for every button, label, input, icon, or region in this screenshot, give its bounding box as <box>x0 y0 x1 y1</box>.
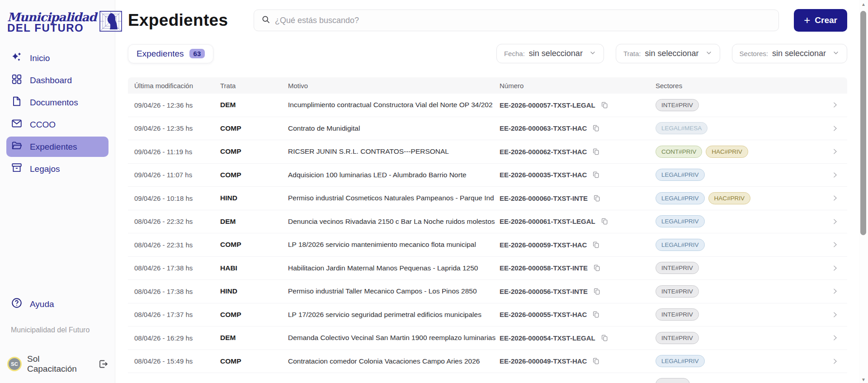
sector-badge: LEGAL#PRIV <box>656 169 705 181</box>
copy-icon[interactable] <box>601 334 609 342</box>
page-scrollbar[interactable]: ▲ ▼ <box>859 0 868 383</box>
copy-icon[interactable] <box>592 124 600 132</box>
copy-icon[interactable] <box>592 171 600 179</box>
row-numero: EE-2026-000057-TXST-LEGAL <box>500 101 656 109</box>
sidebar-item-ccoo[interactable]: CCOO <box>6 114 108 135</box>
row-date: 09/04/26 - 12:35 hs <box>134 124 220 132</box>
row-numero: EE-2026-000055-TXST-HAC <box>500 311 656 318</box>
table-row[interactable]: 08/04/26 - 22:31 hs COMP LP 18/2026 serv… <box>128 233 847 257</box>
row-numero: EE-2026-000061-TXST-LEGAL <box>500 218 656 225</box>
page-title: Expedientes <box>128 11 254 30</box>
row-numero: EE-2026-000056-TXST-INTE <box>500 288 656 295</box>
row-date: 08/04/26 - 17:38 hs <box>134 288 220 295</box>
scrollbar-thumb[interactable] <box>860 11 866 235</box>
column-header: Sectores <box>656 82 831 90</box>
sidebar-item-label: Legajos <box>30 164 60 174</box>
row-motivo: Demanda Colectivo Vecinal San Martin 190… <box>288 334 500 342</box>
row-trata: COMP <box>220 124 288 132</box>
chevron-right-icon[interactable] <box>831 287 847 295</box>
chevron-right-icon[interactable] <box>831 311 847 319</box>
sidebar-item-legajos[interactable]: Legajos <box>6 159 108 179</box>
chevron-right-icon[interactable] <box>831 334 847 342</box>
sidebar-item-documentos[interactable]: Documentos <box>6 92 108 113</box>
table-row[interactable]: 08/04/26 - 17:37 hs COMP LP 17/2026 serv… <box>128 303 847 327</box>
chevron-down-icon <box>703 49 712 58</box>
row-trata: HABI <box>220 264 288 272</box>
app-window: Municipalidad DEL FUTURO <box>0 0 868 383</box>
sidebar-item-expedientes[interactable]: Expedientes <box>6 137 108 157</box>
copy-icon[interactable] <box>592 148 600 156</box>
create-button[interactable]: + Crear <box>794 9 847 32</box>
sector-badge: INTE#PRIV <box>656 285 699 298</box>
sector-badge: INTE#PRIV <box>656 308 699 321</box>
chevron-right-icon[interactable] <box>831 241 847 249</box>
copy-icon[interactable] <box>601 218 609 225</box>
table-row[interactable]: 08/04/26 - 16:29 hs DEM Demanda Colectiv… <box>128 326 847 350</box>
table-row[interactable]: 08/04/26 - 17:38 hs HIND Permiso industr… <box>128 280 847 303</box>
page-header: Expedientes + Crear <box>128 9 847 32</box>
table-row[interactable] <box>128 373 847 383</box>
user-menu[interactable]: SC Sol Capacitación <box>7 354 108 374</box>
sidebar-item-inicio[interactable]: Inicio <box>6 48 108 68</box>
row-trata: HIND <box>220 194 288 202</box>
scroll-up-arrow-icon[interactable]: ▲ <box>859 2 868 7</box>
column-header: Número <box>500 82 656 90</box>
row-date: 08/04/26 - 22:31 hs <box>134 241 220 249</box>
copy-icon[interactable] <box>592 311 600 318</box>
table-row[interactable]: 08/04/26 - 17:38 hs HABI Habilitacion Ja… <box>128 257 847 280</box>
scroll-down-arrow-icon[interactable]: ▼ <box>859 377 868 382</box>
copy-icon[interactable] <box>593 194 601 202</box>
copy-icon[interactable] <box>593 288 601 295</box>
row-sectores: LEGAL#PRIV <box>656 355 831 367</box>
filter-trata[interactable]: Trata: sin seleccionar <box>616 44 720 63</box>
tab-expedientes[interactable]: Expedientes 63 <box>128 44 213 63</box>
row-numero: EE-2026-000063-TXST-HAC <box>500 124 656 132</box>
table-row[interactable]: 09/04/26 - 10:18 hs HIND Permiso industr… <box>128 187 847 210</box>
filter-sectores[interactable]: Sectores: sin seleccionar <box>732 44 847 63</box>
row-motivo: Permiso industrial Cosmeticos Naturales … <box>288 194 500 202</box>
chevron-right-icon[interactable] <box>831 171 847 179</box>
chevron-right-icon[interactable] <box>831 147 847 156</box>
filter-fecha[interactable]: Fecha: sin seleccionar <box>496 44 604 63</box>
search-input[interactable] <box>275 16 771 25</box>
row-trata: COMP <box>220 171 288 179</box>
chevron-right-icon[interactable] <box>831 101 847 109</box>
column-header: Última modificación <box>134 82 220 90</box>
table-row[interactable]: 09/04/26 - 12:35 hs COMP Contrato de Mun… <box>128 117 847 141</box>
help-button[interactable]: Ayuda <box>6 294 108 314</box>
table-row[interactable]: 08/04/26 - 22:32 hs DEM Denuncia vecinos… <box>128 210 847 234</box>
copy-icon[interactable] <box>593 264 601 272</box>
column-header: Trata <box>220 82 288 90</box>
row-trata: HIND <box>220 287 288 295</box>
table-row[interactable]: 09/04/26 - 12:36 hs DEM Incumplimiento c… <box>128 94 847 117</box>
copy-icon[interactable] <box>592 357 600 365</box>
row-trata: COMP <box>220 147 288 156</box>
chevron-right-icon[interactable] <box>831 124 847 132</box>
table-row[interactable]: 09/04/26 - 11:07 hs COMP Adquisicion 100… <box>128 164 847 187</box>
sector-badge: INTE#PRIV <box>656 262 699 274</box>
copy-icon[interactable] <box>592 241 600 249</box>
row-motivo: Adquisicion 100 luminarias LED - Alumbra… <box>288 171 500 179</box>
chevron-right-icon[interactable] <box>831 264 847 272</box>
table-row[interactable]: 08/04/26 - 15:49 hs COMP Contratacion co… <box>128 350 847 374</box>
row-motivo: Denuncia vecinos Rivadavia 2150 c Bar La… <box>288 218 500 226</box>
row-numero: EE-2026-000062-TXST-HAC <box>500 148 656 156</box>
logout-icon[interactable] <box>98 359 108 369</box>
tab-label: Expedientes <box>137 49 184 59</box>
row-date: 08/04/26 - 17:38 hs <box>134 264 220 272</box>
logo-caps-text: DEL FUTURO <box>7 22 96 33</box>
sidebar-item-label: CCOO <box>30 120 56 130</box>
copy-icon[interactable] <box>601 101 609 109</box>
table-row[interactable]: 09/04/26 - 11:19 hs COMP RICSER JUNIN S.… <box>128 140 847 164</box>
chevron-right-icon[interactable] <box>831 357 847 365</box>
row-motivo: LP 18/2026 servicio mantenimiento mecani… <box>288 241 500 249</box>
row-sectores: INTE#PRIV <box>656 262 831 274</box>
sidebar-item-label: Inicio <box>30 53 50 63</box>
sidebar-item-dashboard[interactable]: Dashboard <box>6 70 108 90</box>
plus-icon: + <box>804 15 810 26</box>
org-name: Municipalidad del Futuro <box>11 326 108 334</box>
chevron-right-icon[interactable] <box>831 194 847 202</box>
row-motivo: Contratacion comedor Colonia Vacaciones … <box>288 357 500 365</box>
row-sectores: LEGAL#MESA <box>656 122 831 134</box>
chevron-right-icon[interactable] <box>831 218 847 226</box>
